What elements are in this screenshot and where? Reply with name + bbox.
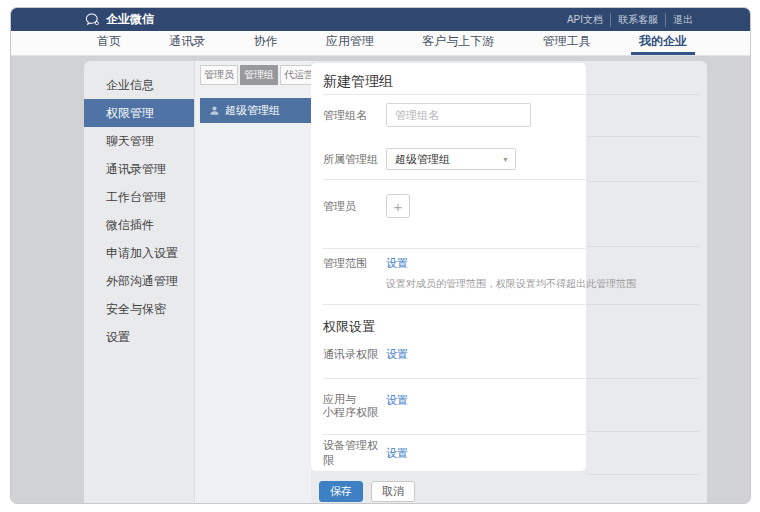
admin-type-tabs: 管理员 管理组 代运营 + bbox=[200, 65, 311, 85]
group-item-label: 超级管理组 bbox=[225, 103, 280, 118]
divider bbox=[323, 179, 586, 180]
nav-item-customers-upstream[interactable]: 客户与上下游 bbox=[414, 31, 502, 55]
parent-group-select[interactable]: 超级管理组 ▼ bbox=[386, 148, 516, 170]
divider bbox=[323, 304, 586, 305]
divider bbox=[323, 378, 586, 379]
sidebar-item-external-comm[interactable]: 外部沟通管理 bbox=[84, 267, 194, 295]
settings-sidebar: 企业信息 权限管理 聊天管理 通讯录管理 工作台管理 微信插件 申请加入设置 外… bbox=[84, 71, 194, 351]
nav-item-home[interactable]: 首页 bbox=[89, 31, 129, 55]
admin-group-column: 管理员 管理组 代运营 + 超级管理组 bbox=[195, 61, 311, 503]
contacts-permission-settings-link[interactable]: 设置 bbox=[386, 347, 408, 362]
group-list-item-super-admin[interactable]: 超级管理组 bbox=[200, 98, 311, 123]
sidebar-item-wechat-plugin[interactable]: 微信插件 bbox=[84, 211, 194, 239]
scope-settings-link[interactable]: 设置 bbox=[386, 256, 408, 271]
device-permission-label: 设备管理权限 bbox=[323, 438, 386, 468]
form-actions: 保存 取消 bbox=[319, 481, 415, 502]
new-admin-group-card: 新建管理组 管理组名 所属管理组 超级管理组 ▼ bbox=[311, 63, 586, 471]
nav-item-admin-tools[interactable]: 管理工具 bbox=[535, 31, 599, 55]
page-title: 新建管理组 bbox=[323, 73, 393, 91]
parent-group-value: 超级管理组 bbox=[395, 152, 450, 167]
browser-window: 企业微信 API文档 联系客服 退出 首页 通讯录 协作 应用管理 客户与上下游… bbox=[10, 7, 751, 504]
app-permission-label: 应用与 小程序权限 bbox=[323, 393, 386, 419]
scope-description: 设置对成员的管理范围，权限设置均不得超出此管理范围 bbox=[386, 277, 636, 291]
dropdown-arrow-icon: ▼ bbox=[502, 156, 509, 163]
divider bbox=[587, 136, 700, 137]
tab-admins[interactable]: 管理员 bbox=[200, 65, 238, 85]
divider bbox=[587, 181, 700, 182]
logo-text: 企业微信 bbox=[106, 11, 154, 28]
sidebar-item-contacts-management[interactable]: 通讯录管理 bbox=[84, 155, 194, 183]
add-admin-button[interactable]: + bbox=[386, 194, 410, 218]
cancel-button[interactable]: 取消 bbox=[371, 481, 415, 502]
divider bbox=[587, 304, 700, 305]
nav-item-contacts[interactable]: 通讯录 bbox=[161, 31, 213, 55]
sidebar-item-workbench-management[interactable]: 工作台管理 bbox=[84, 183, 194, 211]
divider bbox=[323, 248, 586, 249]
permissions-section-title: 权限设置 bbox=[323, 318, 375, 336]
form-region: 新建管理组 管理组名 所属管理组 超级管理组 ▼ bbox=[311, 61, 707, 503]
top-links: API文档 联系客服 退出 bbox=[560, 13, 700, 27]
divider bbox=[587, 246, 700, 247]
group-name-label: 管理组名 bbox=[323, 108, 386, 123]
divider bbox=[587, 474, 700, 475]
main-nav: 首页 通讯录 协作 应用管理 客户与上下游 管理工具 我的企业 bbox=[11, 31, 750, 56]
sidebar-item-permission-management[interactable]: 权限管理 bbox=[84, 99, 194, 127]
tab-admin-groups[interactable]: 管理组 bbox=[240, 65, 278, 85]
nav-item-my-company[interactable]: 我的企业 bbox=[631, 31, 695, 55]
content-panel: 企业信息 权限管理 聊天管理 通讯录管理 工作台管理 微信插件 申请加入设置 外… bbox=[84, 61, 707, 503]
device-permission-settings-link[interactable]: 设置 bbox=[386, 446, 408, 461]
nav-item-app-management[interactable]: 应用管理 bbox=[318, 31, 382, 55]
contact-support-link[interactable]: 联系客服 bbox=[610, 13, 665, 27]
api-docs-link[interactable]: API文档 bbox=[560, 13, 610, 27]
divider bbox=[587, 94, 700, 95]
app-permission-settings-link[interactable]: 设置 bbox=[386, 393, 408, 408]
divider bbox=[323, 94, 586, 95]
divider bbox=[587, 378, 700, 379]
nav-item-collaboration[interactable]: 协作 bbox=[246, 31, 286, 55]
divider bbox=[587, 431, 700, 432]
logout-link[interactable]: 退出 bbox=[665, 13, 700, 27]
contacts-permission-label: 通讯录权限 bbox=[323, 347, 386, 362]
save-button[interactable]: 保存 bbox=[319, 481, 363, 502]
top-bar: 企业微信 API文档 联系客服 退出 bbox=[11, 8, 750, 31]
sidebar-item-join-settings[interactable]: 申请加入设置 bbox=[84, 239, 194, 267]
group-name-input[interactable] bbox=[386, 103, 531, 127]
wework-logo: 企业微信 bbox=[85, 11, 154, 28]
divider bbox=[323, 434, 586, 435]
body-area: 企业信息 权限管理 聊天管理 通讯录管理 工作台管理 微信插件 申请加入设置 外… bbox=[11, 56, 750, 503]
sidebar-item-corp-info[interactable]: 企业信息 bbox=[84, 71, 194, 99]
sidebar-item-settings[interactable]: 设置 bbox=[84, 323, 194, 351]
sidebar-item-security-privacy[interactable]: 安全与保密 bbox=[84, 295, 194, 323]
parent-group-label: 所属管理组 bbox=[323, 152, 386, 167]
sidebar-item-chat-management[interactable]: 聊天管理 bbox=[84, 127, 194, 155]
admins-label: 管理员 bbox=[323, 199, 386, 214]
group-icon bbox=[209, 105, 220, 116]
scope-label: 管理范围 bbox=[323, 256, 386, 271]
chat-bubble-icon bbox=[85, 13, 100, 26]
